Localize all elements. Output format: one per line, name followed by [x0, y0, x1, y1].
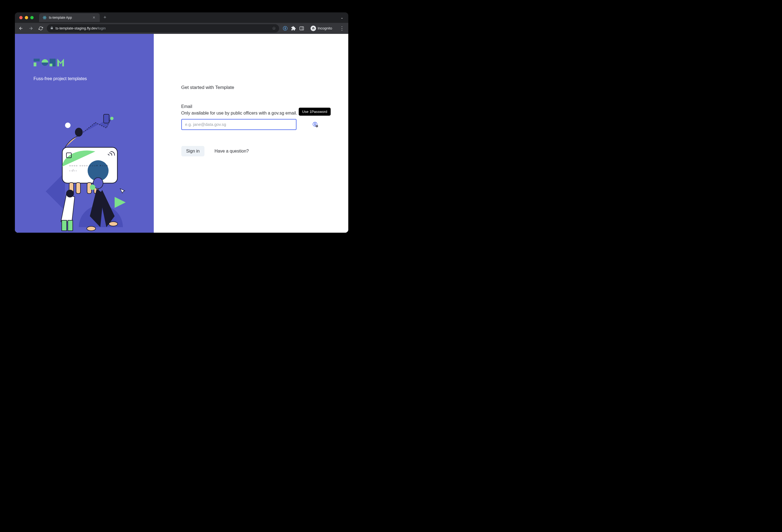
svg-point-22 [75, 128, 83, 137]
svg-point-0 [44, 17, 45, 18]
svg-point-23 [65, 122, 71, 128]
left-panel: Fuss-free project templates ○○○○ ○○○○ ○○… [15, 34, 154, 233]
svg-rect-6 [300, 27, 304, 30]
close-tab-button[interactable]: × [92, 15, 96, 20]
svg-point-24 [110, 117, 113, 120]
new-tab-button[interactable]: + [101, 14, 109, 21]
svg-text:- - / - -: - - / - - [69, 169, 77, 172]
svg-rect-14 [49, 64, 52, 66]
svg-rect-5 [285, 27, 285, 30]
react-favicon-icon [42, 15, 47, 20]
svg-rect-27 [76, 183, 80, 194]
email-input[interactable] [181, 119, 296, 130]
minimize-window-button[interactable] [25, 16, 28, 19]
tab-menu-button[interactable]: ⌄ [338, 16, 346, 20]
svg-point-8 [312, 28, 313, 29]
tab-title: ts-template App [49, 16, 90, 20]
browser-toolbar: ts-template-staging.fly.dev/login ☆ Inco… [15, 23, 348, 34]
page-content: Fuss-free project templates ○○○○ ○○○○ ○○… [15, 34, 348, 233]
tab-bar: ts-template App × + ⌄ [15, 12, 348, 23]
back-button[interactable] [17, 25, 25, 32]
svg-point-9 [313, 28, 314, 29]
url-host: ts-template-staging.fly.dev [56, 26, 97, 30]
reload-button[interactable] [37, 25, 45, 32]
url-text: ts-template-staging.fly.dev/login [56, 26, 270, 30]
svg-point-34 [90, 185, 95, 190]
signin-button[interactable]: Sign in [181, 146, 205, 156]
svg-point-36 [109, 222, 118, 226]
window-controls [17, 16, 36, 19]
onepassword-inline-icon[interactable] [313, 122, 318, 127]
onepassword-extension-icon[interactable] [282, 26, 288, 31]
login-heading: Get started with Template [181, 85, 321, 90]
forward-button[interactable] [27, 25, 35, 32]
close-window-button[interactable] [19, 16, 23, 19]
extensions-puzzle-icon[interactable] [291, 26, 296, 31]
svg-rect-11 [34, 63, 36, 66]
svg-rect-40 [316, 126, 317, 127]
svg-rect-25 [104, 114, 109, 123]
incognito-label: Incognito [318, 26, 332, 30]
incognito-icon [311, 26, 316, 31]
svg-rect-38 [314, 123, 315, 125]
email-input-wrap: Use 1Password [181, 119, 321, 130]
browser-menu-button[interactable]: ⋮ [337, 25, 346, 31]
svg-rect-30 [62, 220, 67, 231]
maximize-window-button[interactable] [30, 16, 34, 19]
bookmark-star-icon[interactable]: ☆ [272, 26, 276, 31]
svg-rect-31 [68, 220, 73, 231]
address-bar[interactable]: ts-template-staging.fly.dev/login ☆ [47, 24, 279, 33]
hero-illustration: ○○○○ ○○○○ ○○○× ×○○× - - / - - [35, 112, 134, 233]
login-panel: Get started with Template Email Only ava… [154, 34, 348, 233]
url-path: /login [97, 26, 106, 30]
lock-icon [50, 26, 54, 30]
tagline: Fuss-free project templates [34, 76, 135, 81]
extension-icons [281, 26, 306, 31]
svg-point-35 [87, 226, 96, 231]
browser-window: ts-template App × + ⌄ ts-template-stagin… [15, 12, 348, 233]
browser-tab[interactable]: ts-template App × [39, 13, 100, 22]
panel-icon[interactable] [299, 26, 305, 31]
onepassword-tooltip: Use 1Password [299, 108, 330, 116]
svg-rect-10 [34, 59, 40, 62]
svg-point-32 [66, 190, 74, 197]
form-logo [34, 59, 135, 66]
login-actions: Sign in Have a question? [181, 146, 321, 156]
svg-marker-16 [115, 197, 126, 208]
svg-text:○○○○ ○○○○ ○○○× ×○○×: ○○○○ ○○○○ ○○○× ×○○× [69, 164, 108, 167]
have-a-question-link[interactable]: Have a question? [214, 149, 249, 154]
incognito-badge[interactable]: Incognito [308, 25, 335, 32]
